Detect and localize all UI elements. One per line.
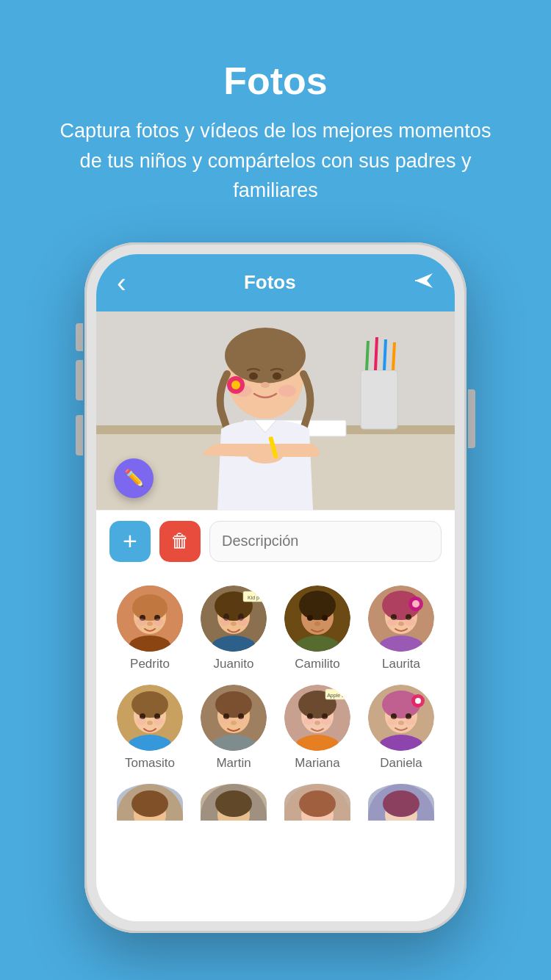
avatar-mariana: Apple str <box>284 685 350 751</box>
phone-mockup: ‹ Fotos <box>84 242 467 933</box>
svg-point-92 <box>387 718 397 725</box>
svg-point-52 <box>412 600 419 608</box>
children-section: Pedrito <box>96 572 455 921</box>
svg-point-56 <box>387 619 397 626</box>
svg-point-96 <box>132 790 168 817</box>
child-name-martin: Martin <box>216 756 251 771</box>
add-photo-button[interactable]: + <box>109 521 151 562</box>
svg-point-15 <box>249 372 258 380</box>
child-item-pedrito[interactable]: Pedrito <box>117 586 183 671</box>
child-name-camilito: Camilito <box>295 657 339 671</box>
app-header-title: Fotos <box>244 271 296 294</box>
svg-point-65 <box>154 718 164 725</box>
child-item-extra-4[interactable] <box>368 784 434 821</box>
delete-button[interactable]: 🗑 <box>159 521 201 562</box>
svg-line-11 <box>393 342 395 370</box>
svg-point-44 <box>299 591 336 620</box>
child-name-laurita: Laurita <box>382 657 420 671</box>
svg-point-63 <box>147 721 153 725</box>
child-item-tomasito[interactable]: Tomasito <box>117 685 183 771</box>
svg-line-8 <box>367 341 368 370</box>
pencil-icon: ✏️ <box>124 469 144 488</box>
child-name-juanito: Juanito <box>214 657 254 671</box>
description-input[interactable] <box>209 521 442 562</box>
svg-point-88 <box>415 698 421 704</box>
back-button[interactable]: ‹ <box>117 269 126 297</box>
svg-point-39 <box>237 619 248 626</box>
app-header: ‹ Fotos <box>96 254 455 311</box>
phone-side-button-volume-up <box>76 360 83 400</box>
phone-side-button-volume-down <box>76 415 83 455</box>
svg-point-26 <box>132 594 168 621</box>
trash-icon: 🗑 <box>170 530 190 552</box>
svg-point-64 <box>136 718 146 725</box>
svg-point-80 <box>303 718 314 725</box>
svg-point-17 <box>261 382 270 388</box>
svg-point-81 <box>321 718 331 725</box>
svg-line-10 <box>384 339 386 370</box>
svg-point-102 <box>299 790 336 817</box>
page-title: Fotos <box>0 59 551 103</box>
phone-screen: ‹ Fotos <box>96 254 455 921</box>
svg-point-57 <box>405 619 415 626</box>
avatar-tomasito <box>117 685 183 751</box>
child-item-extra-1[interactable] <box>117 784 183 821</box>
children-row-1: Pedrito <box>96 586 455 671</box>
svg-point-21 <box>231 381 240 389</box>
svg-point-71 <box>231 721 237 725</box>
avatar-daniela <box>368 685 434 751</box>
child-item-mariana[interactable]: Apple str Mariana <box>284 685 350 771</box>
send-icon[interactable] <box>414 272 434 294</box>
child-name-pedrito: Pedrito <box>130 657 170 671</box>
child-item-camilito[interactable]: Camilito <box>284 586 350 671</box>
svg-point-19 <box>278 385 296 397</box>
phone-side-button-power <box>468 389 475 448</box>
avatar-juanito: Kid p <box>201 586 267 652</box>
svg-point-22 <box>247 446 284 464</box>
svg-point-73 <box>237 718 248 725</box>
phone-side-button-silent <box>76 323 83 351</box>
photo-area: ✏️ <box>96 311 455 510</box>
svg-point-45 <box>307 615 313 621</box>
svg-point-31 <box>154 619 164 626</box>
child-item-laurita[interactable]: Laurita <box>368 586 434 671</box>
child-item-extra-2[interactable] <box>201 784 267 821</box>
svg-text:Apple str: Apple str <box>327 693 347 699</box>
svg-point-105 <box>383 790 419 817</box>
child-name-tomasito: Tomasito <box>125 756 175 771</box>
avatar-camilito <box>284 586 350 652</box>
svg-point-91 <box>398 721 404 725</box>
avatar-martin <box>201 685 267 751</box>
svg-point-72 <box>220 718 230 725</box>
svg-point-30 <box>136 619 146 626</box>
photo-scene: ✏️ <box>96 311 455 510</box>
svg-point-47 <box>314 621 320 626</box>
svg-point-68 <box>215 691 252 718</box>
svg-point-37 <box>231 621 237 626</box>
edit-fab-button[interactable]: ✏️ <box>114 458 154 498</box>
svg-point-60 <box>132 691 168 718</box>
svg-point-99 <box>215 790 252 817</box>
action-bar: + 🗑 <box>96 510 455 572</box>
page-subtitle: Captura fotos y vídeos de los mejores mo… <box>0 116 551 206</box>
svg-point-93 <box>405 718 415 725</box>
child-item-juanito[interactable]: Kid p Juanito <box>201 586 267 671</box>
svg-text:Kid p: Kid p <box>248 595 259 601</box>
svg-point-38 <box>220 619 230 626</box>
svg-rect-7 <box>361 370 397 429</box>
svg-point-46 <box>322 615 328 621</box>
svg-line-9 <box>375 337 377 370</box>
svg-point-55 <box>398 621 404 626</box>
child-name-daniela: Daniela <box>380 756 422 771</box>
child-item-martin[interactable]: Martin <box>201 685 267 771</box>
svg-point-29 <box>147 621 153 626</box>
phone-frame: ‹ Fotos <box>84 242 467 933</box>
page-header: Fotos Captura fotos y vídeos de los mejo… <box>0 0 551 228</box>
plus-icon: + <box>123 528 137 553</box>
children-row-3 <box>96 784 455 821</box>
avatar-laurita <box>368 586 434 652</box>
child-item-extra-3[interactable] <box>284 784 350 821</box>
child-item-daniela[interactable]: Daniela <box>368 685 434 771</box>
svg-point-16 <box>273 372 281 380</box>
children-row-2: Tomasito <box>96 685 455 771</box>
